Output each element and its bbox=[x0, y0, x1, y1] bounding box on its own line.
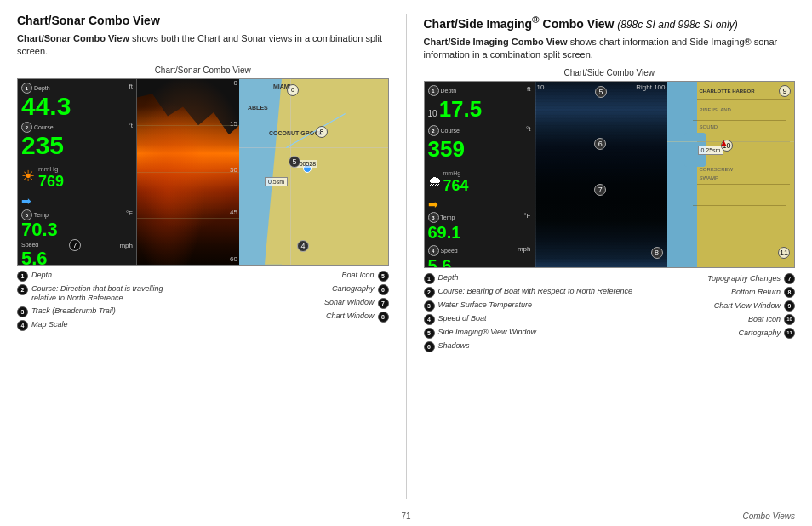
right-description: Chart/Side Imaging Combo View shows char… bbox=[424, 36, 796, 62]
si-map-area: CHARLOTTE HARBOR PINE ISLAND SOUND CORKS… bbox=[667, 82, 795, 267]
left-description: Chart/Sonar Combo View shows both the Ch… bbox=[17, 32, 389, 59]
section-name: Combo Views bbox=[743, 512, 796, 521]
page-container: Chart/Sonar Combo View Chart/Sonar Combo… bbox=[0, 0, 812, 526]
right-legend-left: 1 Depth 2 Course: Bearing of Boat with R… bbox=[424, 273, 644, 355]
page-footer: 71 Combo Views bbox=[0, 506, 812, 526]
right-section: Chart/Side Imaging® Combo View (898c SI … bbox=[407, 14, 796, 499]
left-section-title: Chart/Sonar Combo View bbox=[17, 14, 389, 27]
left-legend-right: Boat Icon 5 Cartography 6 Sonar Window 7… bbox=[253, 271, 389, 334]
si-data-panel: 1 Depth ft 10 17.5 2 bbox=[425, 82, 535, 267]
si-sonar-image: 10 Right 100 7 6 5 8 bbox=[535, 82, 667, 267]
page-number: 71 bbox=[277, 512, 536, 521]
side-imaging-screen: 1 Depth ft 10 17.5 2 bbox=[424, 81, 796, 268]
right-legend-right: Topography Changes 7 Bottom Return 8 Cha… bbox=[643, 273, 795, 355]
sonar-data-panel: 1 Depth ft 44.3 2 Co bbox=[18, 79, 137, 265]
left-legend-left: 1 Depth 2 Course: Direction that boat is… bbox=[17, 271, 253, 334]
left-image-label: Chart/Sonar Combo View bbox=[17, 66, 389, 75]
right-section-title: Chart/Side Imaging® Combo View (898c SI … bbox=[424, 14, 796, 31]
left-legend: 1 Depth 2 Course: Direction that boat is… bbox=[17, 271, 389, 334]
main-content: Chart/Sonar Combo View Chart/Sonar Combo… bbox=[0, 0, 812, 506]
right-image-label: Chart/Side Combo View bbox=[424, 68, 796, 77]
left-section: Chart/Sonar Combo View Chart/Sonar Combo… bbox=[17, 14, 407, 499]
sonar-screen: 1 Depth ft 44.3 2 Co bbox=[17, 78, 389, 266]
sonar-map-area: 0 15 30 45 60 MIAMI ABLES COCO bbox=[137, 79, 388, 265]
right-legend: 1 Depth 2 Course: Bearing of Boat with R… bbox=[424, 273, 796, 355]
